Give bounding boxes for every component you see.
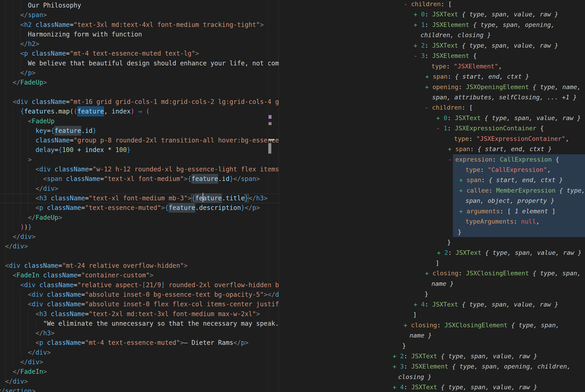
ast-row[interactable]: - children: [ — [279, 0, 585, 9]
ast-row[interactable]: span, object, property } — [279, 196, 585, 206]
ast-row[interactable]: type: "JSXElement", — [279, 61, 585, 71]
ast-row[interactable]: + span: { start, end, ctxt } — [279, 144, 585, 154]
ast-row[interactable]: } — [279, 227, 585, 237]
code-line[interactable]: <div className="absolute inset-0 bg-esse… — [0, 290, 278, 300]
code-line[interactable]: <div className="relative aspect-[21/9] r… — [0, 280, 278, 290]
ast-row[interactable]: + closing: JSXClosingElement { type, spa… — [279, 268, 585, 278]
ast-row[interactable]: + 4: JSXText { type, span, value, raw } — [279, 299, 585, 310]
ast-row[interactable]: + 2: JSXText { type, span, value, raw } — [279, 351, 585, 361]
code-line[interactable]: <h2 className="text-3xl md:text-4xl font… — [0, 20, 278, 30]
ast-row[interactable]: type: "JSXExpressionContainer", — [279, 134, 585, 144]
expand-toggle-icon[interactable]: + — [425, 270, 429, 277]
expand-toggle-icon[interactable]: + — [448, 146, 452, 152]
ast-row[interactable]: span, attributes, selfClosing, ... +1 } — [279, 92, 585, 102]
ast-row[interactable]: children, closing } — [279, 30, 585, 40]
code-line[interactable]: delay={100 + index * 100} — [0, 145, 278, 155]
expand-toggle-icon[interactable]: + — [436, 114, 440, 122]
code-line[interactable]: Harmonizing form with function — [0, 30, 278, 39]
expand-toggle-icon[interactable]: + — [459, 176, 463, 184]
ast-row[interactable]: name } — [279, 330, 585, 340]
expand-toggle-icon[interactable]: + — [425, 84, 429, 90]
code-editor-pane[interactable]: Our Philosophy </span> <h2 className="te… — [0, 0, 278, 392]
code-line[interactable]: </section> — [0, 386, 278, 392]
ast-row[interactable]: } — [279, 237, 585, 247]
code-line[interactable]: <div className="mt-16 grid grid-cols-1 m… — [0, 97, 278, 107]
expand-toggle-icon[interactable]: + — [459, 208, 463, 215]
code-line[interactable]: <FadeIn className="container-custom"> — [0, 270, 278, 280]
ast-row[interactable]: - children: [ — [279, 102, 585, 112]
ast-row[interactable]: ] — [279, 310, 585, 320]
code-line[interactable]: </div> — [0, 242, 278, 251]
code-line[interactable]: className="group p-8 rounded-2xl transit… — [0, 136, 278, 145]
code-line[interactable]: </FadeUp> — [0, 78, 278, 87]
ast-row[interactable]: + opening: JSXOpeningElement { type, nam… — [279, 82, 585, 92]
ast-row[interactable]: + closing: JSXClosingElement { type, spa… — [279, 320, 585, 330]
ast-panel[interactable]: - children: [+ 0: JSXText { type, span, … — [279, 0, 585, 392]
expand-toggle-icon[interactable]: + — [404, 322, 407, 329]
expand-toggle-icon[interactable]: + — [393, 384, 396, 391]
editor-lines[interactable]: Our Philosophy </span> <h2 className="te… — [0, 1, 278, 392]
code-line[interactable]: "We eliminate the unnecessary so that th… — [0, 319, 278, 328]
ast-row[interactable]: + span: { start, end, ctxt } — [279, 175, 585, 185]
code-line[interactable]: <FadeUp — [0, 116, 278, 126]
code-line[interactable]: </div> — [0, 232, 278, 242]
collapse-toggle-icon[interactable]: - — [425, 104, 428, 111]
code-line[interactable]: <p className="mt-4 text-essence-muted te… — [0, 49, 278, 58]
ast-row[interactable]: } — [279, 289, 585, 299]
code-line[interactable] — [0, 88, 278, 97]
code-line[interactable]: <span className="text-xl font-medium">{f… — [0, 174, 278, 184]
ast-row[interactable]: + 1: JSXElement { type, span, opening, — [279, 20, 585, 30]
ast-row[interactable]: - 3: JSXElement { — [279, 50, 585, 61]
expand-toggle-icon[interactable]: + — [393, 352, 396, 360]
code-line[interactable]: We believe that beautiful design should … — [0, 58, 278, 68]
expand-toggle-icon[interactable]: + — [414, 301, 417, 308]
code-line[interactable]: ))} — [0, 222, 278, 232]
ast-rows[interactable]: - children: [+ 0: JSXText { type, span, … — [279, 0, 585, 392]
collapse-toggle-icon[interactable]: - — [448, 156, 452, 163]
expand-toggle-icon[interactable]: + — [414, 42, 417, 49]
ast-row[interactable]: + 0: JSXText { type, span, value, raw } — [279, 9, 585, 19]
code-line[interactable]: key={feature.id} — [0, 126, 278, 136]
code-line[interactable]: Our Philosophy — [0, 1, 278, 10]
expand-toggle-icon[interactable]: + — [393, 363, 396, 370]
ast-row[interactable]: + 4: JSXText { type, span, value, raw } — [279, 382, 585, 392]
code-line[interactable]: </h3> — [0, 328, 278, 338]
expand-toggle-icon[interactable]: + — [425, 73, 429, 80]
code-line[interactable]: {features.map((feature, index) ⇒ ( — [0, 107, 278, 116]
expand-toggle-icon[interactable]: + — [414, 11, 417, 18]
code-line[interactable]: </div> — [0, 377, 278, 386]
code-line[interactable]: <div className="mt-24 relative overflow-… — [0, 261, 278, 270]
ast-row[interactable]: name } — [279, 278, 585, 289]
ast-row[interactable]: ] — [279, 258, 585, 268]
ast-row[interactable]: + arguments: [ 1 element ] — [279, 206, 585, 216]
collapse-toggle-icon[interactable]: - — [436, 125, 440, 132]
ast-row[interactable]: + 2: JSXText { type, span, value, raw } — [279, 248, 585, 258]
code-line[interactable]: </div> — [0, 357, 278, 367]
code-line[interactable]: </span> — [0, 10, 278, 20]
code-line[interactable]: </FadeUp> — [0, 213, 278, 222]
expand-toggle-icon[interactable]: + — [459, 187, 463, 194]
ast-row[interactable]: + callee: MemberExpression { type, — [279, 185, 585, 196]
code-line[interactable]: </p> — [0, 68, 278, 78]
code-line[interactable]: <p className="text-essence-muted">{featu… — [0, 203, 278, 213]
code-line[interactable]: </FadeIn> — [0, 367, 278, 376]
code-line[interactable] — [0, 252, 278, 261]
collapse-toggle-icon[interactable]: - — [404, 0, 407, 8]
collapse-toggle-icon[interactable]: - — [414, 52, 417, 59]
code-line-current[interactable]: <h3 className="text-xl font-medium mb-3"… — [0, 194, 278, 203]
code-line[interactable]: </div> — [0, 348, 278, 357]
ast-row[interactable]: - expression: CallExpression { — [279, 154, 585, 164]
ast-row[interactable]: - 1: JSXExpressionContainer { — [279, 123, 585, 133]
code-line[interactable]: <div className="w-12 h-12 rounded-xl bg-… — [0, 164, 278, 174]
code-line[interactable]: <h3 className="text-2xl md:text-3xl font… — [0, 309, 278, 319]
expand-toggle-icon[interactable]: + — [437, 249, 441, 256]
code-line[interactable]: </h2> — [0, 39, 278, 49]
ast-row[interactable]: + span: { start, end, ctxt } — [279, 71, 585, 82]
ast-row[interactable]: + 3: JSXElement { type, span, opening, c… — [279, 361, 585, 372]
code-line[interactable]: > — [0, 155, 278, 164]
code-line[interactable]: <p className="mt-4 text-essence-muted">—… — [0, 338, 278, 348]
ast-row[interactable]: + 2: JSXText { type, span, value, raw } — [279, 40, 585, 50]
ast-row[interactable]: + 0: JSXText { type, span, value, raw } — [279, 113, 585, 123]
code-line[interactable]: </div> — [0, 184, 278, 194]
ast-row[interactable]: } — [279, 340, 585, 351]
